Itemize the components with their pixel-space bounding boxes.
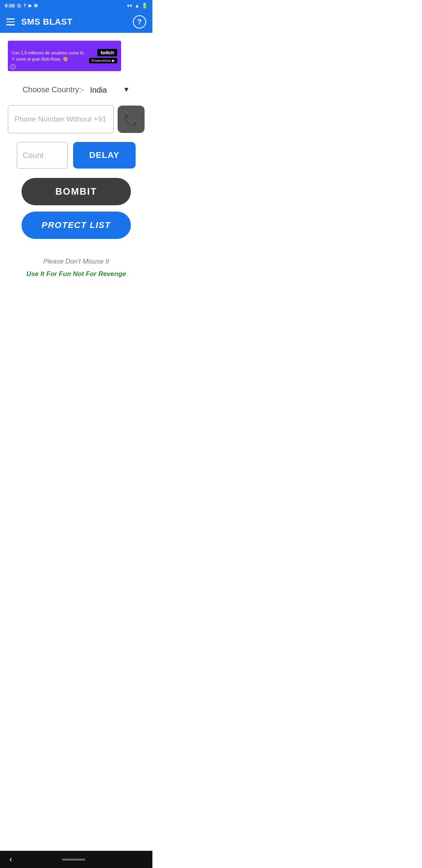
- country-selector-row: Choose Country:- India USA UK Australia …: [8, 85, 145, 94]
- protect-list-button[interactable]: PROTECT LIST: [21, 212, 131, 239]
- hamburger-line-1: [6, 18, 15, 20]
- hamburger-line-3: [6, 24, 15, 25]
- wifi-icon: ▾▾: [127, 3, 132, 9]
- ad-info-icon[interactable]: i: [10, 64, 16, 70]
- country-label: Choose Country:-: [23, 85, 84, 94]
- count-delay-row: DELAY: [8, 142, 145, 169]
- ad-line2: Y como el gran Bob Ross. 🎨: [12, 56, 89, 63]
- count-input[interactable]: [17, 142, 68, 169]
- disclaimer-main-text: Please Don't Misuse It: [8, 258, 145, 265]
- contacts-button[interactable]: 📞: [118, 106, 145, 133]
- status-right-icons: ▾▾ ▲ 🔋: [127, 3, 148, 9]
- help-button[interactable]: ?: [133, 15, 146, 29]
- status-time: 9:08 G T ▶ ⊠: [5, 3, 38, 9]
- main-content: Con 1,5 millones de usuarios como tú. Y …: [0, 41, 152, 294]
- t-icon: T: [23, 3, 26, 8]
- twitch-logo: twitch: [97, 49, 117, 56]
- ad-banner[interactable]: Con 1,5 millones de usuarios como tú. Y …: [8, 41, 121, 71]
- battery-icon: 🔋: [141, 3, 148, 9]
- menu-button[interactable]: [6, 18, 15, 25]
- screenshot-icon: ⊠: [34, 3, 38, 8]
- bombit-button[interactable]: BOMBIT: [21, 178, 131, 205]
- disclaimer-sub-text: Use It For Fun Not For Revenge: [8, 270, 145, 278]
- ad-cta-button[interactable]: Empecemos ▶: [89, 58, 117, 63]
- youtube-icon: ▶: [29, 3, 32, 8]
- app-bar: SMS BLAST ?: [0, 11, 152, 33]
- ad-text: Con 1,5 millones de usuarios como tú. Y …: [12, 50, 89, 63]
- hamburger-line-2: [6, 22, 15, 23]
- contacts-icon: 📞: [124, 113, 138, 126]
- phone-input-row: 📞: [8, 105, 145, 133]
- ad-logo-block: twitch Empecemos ▶: [89, 49, 117, 63]
- country-dropdown[interactable]: India USA UK Australia Canada: [90, 86, 130, 94]
- ad-line1: Con 1,5 millones de usuarios como tú.: [12, 50, 89, 56]
- app-title: SMS BLAST: [21, 17, 73, 27]
- google-icon: G: [17, 3, 21, 9]
- phone-input[interactable]: [8, 105, 114, 133]
- signal-icon: ▲: [134, 3, 139, 9]
- country-select-wrapper[interactable]: India USA UK Australia Canada ▼: [90, 86, 130, 94]
- delay-button[interactable]: DELAY: [73, 142, 136, 169]
- disclaimer-section: Please Don't Misuse It Use It For Fun No…: [8, 258, 145, 294]
- time-display: 9:08: [5, 3, 15, 9]
- status-bar: 9:08 G T ▶ ⊠ ▾▾ ▲ 🔋: [0, 0, 152, 11]
- app-bar-left: SMS BLAST: [6, 17, 73, 27]
